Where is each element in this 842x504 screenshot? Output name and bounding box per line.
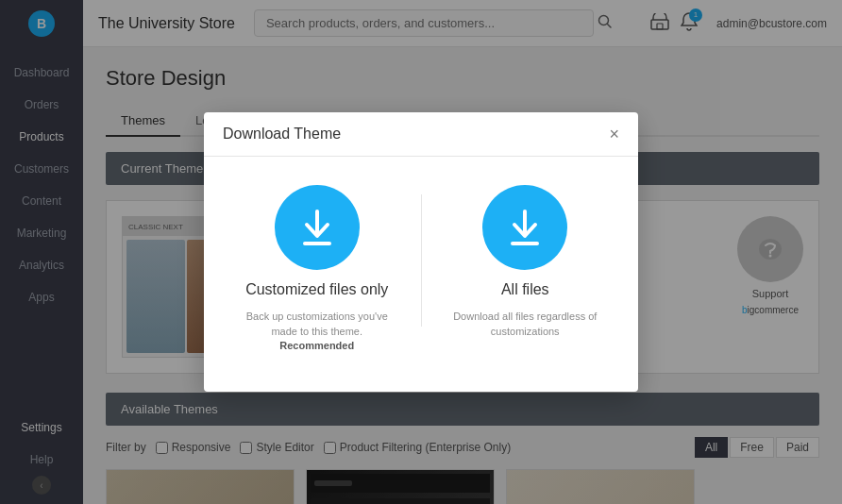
- download-customized-option[interactable]: Customized files only Back up customizat…: [242, 185, 393, 353]
- download-all-option[interactable]: All files Download all files regardless …: [450, 185, 601, 339]
- all-files-label: All files: [501, 281, 549, 298]
- download-customized-icon: [275, 185, 360, 270]
- download-theme-modal: Download Theme × Customized fil: [204, 112, 638, 391]
- modal-header: Download Theme ×: [204, 112, 638, 157]
- all-files-desc: Download all files regardless of customi…: [450, 310, 601, 339]
- download-all-icon: [482, 185, 567, 270]
- main-content: The University Store 1: [83, 0, 842, 504]
- modal-close-button[interactable]: ×: [609, 126, 619, 143]
- modal-body: Customized files only Back up customizat…: [204, 157, 638, 391]
- modal-overlay[interactable]: Download Theme × Customized fil: [83, 47, 842, 504]
- customized-desc: Back up customizations you've made to th…: [242, 310, 393, 353]
- customized-label: Customized files only: [245, 281, 388, 298]
- recommended-label: Recommended: [279, 340, 354, 351]
- modal-divider: [421, 194, 422, 327]
- modal-title: Download Theme: [223, 126, 341, 143]
- page-content: Store Design Themes Logo Mobile Carousel…: [83, 47, 842, 504]
